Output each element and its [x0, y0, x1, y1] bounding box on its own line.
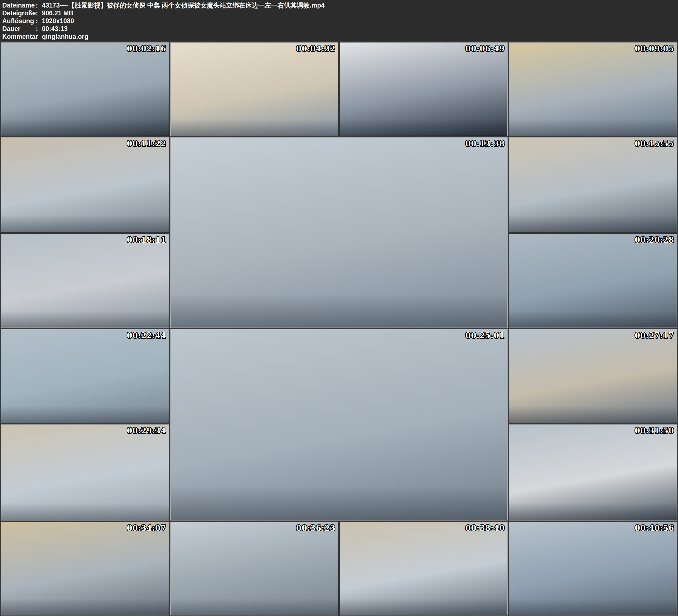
file-info-row: Dateiname : 43173----【胜景影视】被俘的女侦探 中集 两个女… — [2, 1, 678, 9]
video-thumbnail[interactable]: 00:40:56 — [509, 522, 677, 615]
video-thumbnail[interactable]: 00:38:40 — [340, 522, 507, 615]
timestamp-badge: 00:29:34 — [127, 426, 166, 435]
video-thumbnail[interactable]: 00:18:11 — [1, 234, 169, 328]
timestamp-badge: 00:06:49 — [465, 44, 505, 53]
timestamp-badge: 00:34:07 — [127, 524, 166, 533]
timestamp-badge: 00:38:40 — [465, 524, 505, 533]
video-thumbnail[interactable]: 00:34:07 — [1, 522, 169, 615]
separator-colon: : — [36, 25, 42, 33]
timestamp-badge: 00:13:38 — [465, 139, 505, 148]
duration-label: Dauer — [2, 25, 36, 33]
video-thumbnail[interactable]: 00:15:55 — [509, 138, 677, 232]
timestamp-badge: 00:02:16 — [127, 44, 166, 53]
file-info-header: Dateiname : 43173----【胜景影视】被俘的女侦探 中集 两个女… — [0, 0, 678, 41]
video-thumbnail[interactable]: 00:04:32 — [171, 42, 338, 136]
timestamp-badge: 00:22:44 — [127, 331, 166, 340]
thumbnail-grid: 00:02:16 00:04:32 00:06:49 00:09:05 00:1… — [0, 41, 678, 616]
video-thumbnail[interactable]: 00:06:49 — [340, 42, 507, 136]
timestamp-badge: 00:27:17 — [635, 331, 674, 340]
timestamp-badge: 00:15:55 — [635, 139, 674, 148]
video-thumbnail[interactable]: 00:31:50 — [509, 424, 677, 521]
separator-colon: : — [36, 1, 42, 9]
timestamp-badge: 00:31:50 — [635, 426, 674, 435]
timestamp-badge: 00:25:01 — [465, 331, 505, 340]
video-thumbnail[interactable]: 00:36:23 — [171, 522, 338, 615]
video-thumbnail[interactable]: 00:11:22 — [1, 138, 169, 232]
timestamp-badge: 00:11:22 — [127, 139, 166, 148]
file-info-row: Dateigröße : 906.21 MB — [2, 9, 678, 17]
timestamp-badge: 00:20:28 — [635, 236, 674, 244]
video-thumbnail[interactable]: 00:27:17 — [509, 329, 677, 423]
video-thumbnail[interactable]: 00:02:16 — [1, 42, 169, 136]
separator-colon: : — [36, 9, 42, 17]
separator-colon: : — [36, 33, 42, 40]
resolution-label: Auflösung — [2, 17, 36, 25]
video-thumbnail[interactable]: 00:22:44 — [1, 329, 169, 423]
separator-colon: : — [36, 17, 42, 25]
filename-value: 43173----【胜景影视】被俘的女侦探 中集 两个女侦探被女魔头站立绑在床边… — [42, 1, 678, 9]
video-thumbnail-large[interactable]: 00:13:38 — [171, 138, 507, 328]
file-info-row: Dauer : 00:43:13 — [2, 25, 678, 33]
file-info-row: Kommentar : qinglanhua.org — [2, 33, 678, 40]
video-thumbnail-large[interactable]: 00:25:01 — [171, 329, 507, 521]
timestamp-badge: 00:40:56 — [635, 524, 674, 533]
file-info-row: Auflösung : 1920x1080 — [2, 17, 678, 25]
duration-value: 00:43:13 — [42, 25, 678, 33]
filename-label: Dateiname — [2, 1, 36, 9]
comment-label: Kommentar — [2, 33, 36, 40]
video-thumbnail[interactable]: 00:20:28 — [509, 234, 677, 328]
timestamp-badge: 00:36:23 — [296, 524, 336, 533]
filesize-label: Dateigröße — [2, 9, 36, 17]
resolution-value: 1920x1080 — [42, 17, 678, 25]
video-thumbnail[interactable]: 00:09:05 — [509, 42, 677, 136]
timestamp-badge: 00:18:11 — [127, 236, 166, 244]
timestamp-badge: 00:04:32 — [296, 44, 336, 53]
comment-value: qinglanhua.org — [42, 33, 678, 40]
video-thumbnail[interactable]: 00:29:34 — [1, 424, 169, 521]
timestamp-badge: 00:09:05 — [635, 44, 674, 53]
filesize-value: 906.21 MB — [42, 9, 678, 17]
